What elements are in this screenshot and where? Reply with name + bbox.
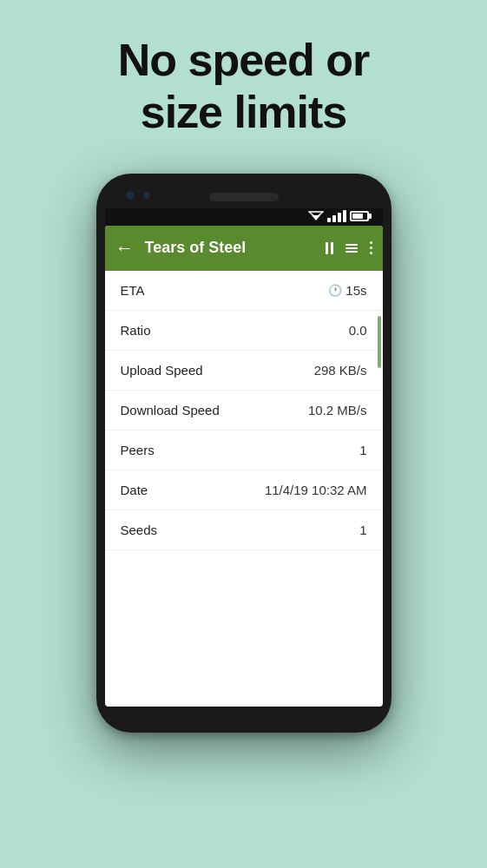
empty-content xyxy=(105,550,383,707)
battery-fill xyxy=(352,214,364,219)
phone-speaker xyxy=(209,193,279,201)
eta-label: ETA xyxy=(121,283,145,298)
ratio-label: Ratio xyxy=(121,323,151,338)
signal-bar-1 xyxy=(327,218,331,222)
table-row: ETA 🕐 15s xyxy=(105,271,383,311)
table-row: Ratio 0.0 xyxy=(105,311,383,351)
signal-bar-4 xyxy=(343,210,346,222)
info-list: ETA 🕐 15s Ratio 0.0 Upload Speed 298 KB/… xyxy=(105,271,383,707)
pause-bar-2 xyxy=(331,242,333,254)
table-row: Date 11/4/19 10:32 AM xyxy=(105,470,383,510)
table-row: Peers 1 xyxy=(105,431,383,470)
dot-1 xyxy=(370,241,372,244)
dot-2 xyxy=(370,247,372,249)
camera-dot-2 xyxy=(143,192,150,199)
battery-icon xyxy=(350,211,369,221)
ratio-value: 0.0 xyxy=(349,323,367,338)
screen-title: Tears of Steel xyxy=(145,239,315,257)
upload-speed-value: 298 KB/s xyxy=(314,363,367,378)
status-icons xyxy=(308,210,369,222)
download-speed-label: Download Speed xyxy=(121,403,220,418)
date-value: 11/4/19 10:32 AM xyxy=(265,483,367,497)
status-bar xyxy=(105,208,383,226)
table-row: Download Speed 10.2 MB/s xyxy=(105,391,383,431)
wifi-icon xyxy=(308,210,324,222)
headline: No speed orsize limits xyxy=(0,0,487,165)
list-line-1 xyxy=(346,244,358,246)
phone-body: ← Tears of Steel xyxy=(96,174,392,733)
pause-button[interactable] xyxy=(326,242,333,254)
camera-area xyxy=(126,191,150,200)
signal-bars xyxy=(327,210,346,222)
more-options-button[interactable] xyxy=(370,241,372,254)
camera-dot-1 xyxy=(126,191,135,200)
eta-value: 🕐 15s xyxy=(328,283,366,298)
app-toolbar: ← Tears of Steel xyxy=(105,226,383,271)
clock-icon: 🕐 xyxy=(328,284,342,297)
scrollbar[interactable] xyxy=(378,316,381,368)
app-screen: ← Tears of Steel xyxy=(105,226,383,707)
upload-speed-label: Upload Speed xyxy=(121,363,203,378)
seeds-label: Seeds xyxy=(121,523,158,537)
list-line-2 xyxy=(346,247,358,249)
list-button[interactable] xyxy=(346,244,358,253)
phone-top-bezel xyxy=(105,187,383,208)
list-line-3 xyxy=(346,251,358,253)
signal-bar-3 xyxy=(338,213,341,222)
seeds-value: 1 xyxy=(359,523,366,537)
peers-label: Peers xyxy=(121,443,155,457)
date-label: Date xyxy=(121,483,148,497)
pause-bar-1 xyxy=(326,242,328,254)
peers-value: 1 xyxy=(359,443,366,457)
back-button[interactable]: ← xyxy=(115,237,135,260)
dot-3 xyxy=(370,252,372,254)
toolbar-actions xyxy=(326,241,372,254)
download-speed-value: 10.2 MB/s xyxy=(308,403,367,418)
phone-mockup: ← Tears of Steel xyxy=(0,165,487,733)
table-row: Seeds 1 xyxy=(105,510,383,550)
signal-bar-2 xyxy=(332,215,336,222)
table-row: Upload Speed 298 KB/s xyxy=(105,351,383,391)
